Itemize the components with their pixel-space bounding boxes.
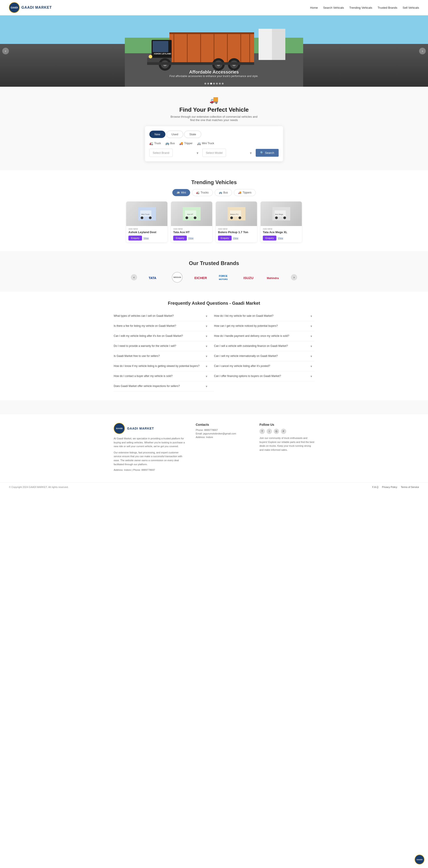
instagram-icon[interactable]: I [267,429,272,434]
chevron-down-icon-12: ▾ [310,365,312,368]
faq-item-11[interactable]: How do I know if my vehicle listing is g… [114,361,214,371]
faq-q-15: Does Gaadi Market offer vehicle inspecti… [114,384,180,388]
brand-nissan: NISSAN [168,272,186,283]
chevron-down-icon-3: ▾ [206,324,207,328]
cat-tab-bus[interactable]: 🚌 Bus [215,189,232,196]
svg-text:ASHOK LEYLAND: ASHOK LEYLAND [154,53,171,55]
faq-item-15[interactable]: Does Gaadi Market offer vehicle inspecti… [114,381,214,392]
cat-bus-label: Bus [223,191,228,194]
type-truck[interactable]: 🚛 Truck [149,142,161,145]
vehicle-info-4: ADD NEW Tata Ace Mega XL Enquiry View [261,226,302,242]
faq-item-5[interactable]: Can I edit my vehicle listing after it's… [114,331,214,341]
vehicle-badge-4: ADD NEW [263,228,300,230]
brand-mahindra: Mahindra [266,272,284,283]
type-bus[interactable]: 🚌 Bus [165,142,175,145]
hero-dot-1[interactable] [205,83,206,85]
cat-tab-trucks[interactable]: 🚛 Trucks [192,189,213,196]
faq-link[interactable]: F.A.Q [372,486,378,488]
brand-select[interactable]: Select Brand [149,149,173,157]
chevron-down-icon-14: ▾ [310,374,312,378]
footer-follow-title: Follow Us [259,423,314,427]
cat-tab-tippers[interactable]: 🚚 Tippers [234,189,256,196]
type-tripper[interactable]: 🚚 Tripper [179,142,193,145]
search-box: New Used State 🚛 Truck 🚌 Bus 🚚 Tripper 🚐… [145,126,283,161]
chevron-down-icon-1: ▾ [206,314,207,318]
faq-q-10: Can I sell my vehicle internationally on… [214,354,278,358]
footer-phone: Phone: 8889778697 [196,429,250,431]
vehicle-actions-3: Enquiry View [218,236,255,241]
chevron-down-icon-6: ▾ [310,334,312,338]
view-btn-1[interactable]: View [143,236,149,241]
brand-select-wrapper: Select Brand [149,149,201,157]
cat-tippers-label: Tippers [243,191,251,194]
vehicles-grid: Mini Truck ADD NEW Ashok Leyland Dost En… [123,202,305,242]
facebook-icon[interactable]: F [281,429,286,434]
model-select-wrapper: Select Model [203,149,254,157]
terms-link[interactable]: Terms of Service [401,486,419,488]
faq-item-7[interactable]: Do I need to provide a warranty for the … [114,341,214,351]
tab-state[interactable]: State [184,131,201,138]
chevron-down-icon-9: ▾ [206,354,207,358]
svg-rect-26 [147,62,254,65]
vehicle-actions-4: Enquiry View [263,236,300,241]
hero-dot-3[interactable] [210,83,212,85]
enquiry-btn-4[interactable]: Enquiry [263,236,276,241]
hero-next-button[interactable]: › [419,48,426,54]
nav-brands[interactable]: Trusted Brands [378,6,397,9]
footer-follow: Follow Us T I G F Join our community of … [259,423,314,471]
hero-title: Affordable Accessories [0,69,428,75]
google-icon[interactable]: G [274,429,279,434]
faq-item-1[interactable]: What types of vehicles can I sell on Gaa… [114,311,214,321]
faq-item-12[interactable]: Can I cancel my vehicle listing after it… [214,361,314,371]
hero-dot-5[interactable] [216,83,218,85]
enquiry-btn-1[interactable]: Enquiry [128,236,142,241]
faq-item-10[interactable]: Can I sell my vehicle internationally on… [214,351,314,361]
hero-dot-2[interactable] [207,83,209,85]
faq-item-3[interactable]: Is there a fee for listing my vehicle on… [114,321,214,331]
vehicle-info-2: ADD NEW Tata Ace HT Enquiry View [171,226,212,242]
nav-search[interactable]: Search Vehicals [323,6,344,9]
faq-item-13[interactable]: How do I contact a buyer after my vehicl… [114,371,214,381]
faq-item-2[interactable]: How do I list my vehicle for sale on Gaa… [214,311,314,321]
tab-used[interactable]: Used [166,131,183,138]
chevron-down-icon-8: ▾ [310,344,312,348]
hero-dot-4[interactable] [213,83,215,85]
view-btn-3[interactable]: View [233,236,238,241]
twitter-icon[interactable]: T [259,429,265,434]
cat-mini-label: Mini [181,191,186,194]
cat-tab-mini[interactable]: 🚐 Mini [172,189,190,196]
view-btn-2[interactable]: View [188,236,193,241]
enquiry-btn-2[interactable]: Enquiry [173,236,187,241]
footer-bottom: © Copyright 2024 GAADI MARKET. All right… [0,483,428,492]
footer-about: GAADI GAADI MARKET At Gaadi Market, we s… [114,423,187,471]
trending-title: Trending Vehicles [4,179,424,185]
search-button[interactable]: 🔍 Search [256,149,279,157]
enquiry-btn-3[interactable]: Enquiry [218,236,232,241]
faq-item-8[interactable]: Can I sell a vehicle with outstanding fi… [214,341,314,351]
chevron-down-icon-13: ▾ [206,374,207,378]
hero-dot-7[interactable] [222,83,223,85]
nav-home[interactable]: Home [310,6,318,9]
faq-item-4[interactable]: How can I get my vehicle noticed by pote… [214,321,314,331]
faq-q-11: How do I know if my vehicle listing is g… [114,365,200,368]
svg-point-32 [141,216,143,219]
vehicle-badge-1: ADD NEW [128,228,165,230]
svg-rect-13 [153,41,168,52]
type-mini-truck[interactable]: 🚐 Mini Truck [197,142,214,145]
hero-prev-button[interactable]: ‹ [2,48,9,54]
privacy-link[interactable]: Privacy Policy [382,486,397,488]
faq-q-4: How can I get my vehicle noticed by pote… [214,324,278,328]
nav-trending[interactable]: Trending Vehicals [349,6,372,9]
type-truck-label: Truck [154,142,161,145]
brands-prev-button[interactable]: ‹ [131,274,137,280]
faq-item-9[interactable]: Is Gaadi Market free to use for sellers?… [114,351,214,361]
nav-sell[interactable]: Sell Vehicals [403,6,419,9]
view-btn-4[interactable]: View [278,236,283,241]
hero-dot-6[interactable] [219,83,221,85]
chevron-down-icon-5: ▾ [206,334,207,338]
model-select[interactable]: Select Model [203,149,226,157]
faq-item-6[interactable]: How do I handle payment and delivery onc… [214,331,314,341]
faq-item-14[interactable]: Can I offer financing options to buyers … [214,371,314,381]
tab-new[interactable]: New [149,131,165,138]
brands-next-button[interactable]: › [291,274,297,280]
